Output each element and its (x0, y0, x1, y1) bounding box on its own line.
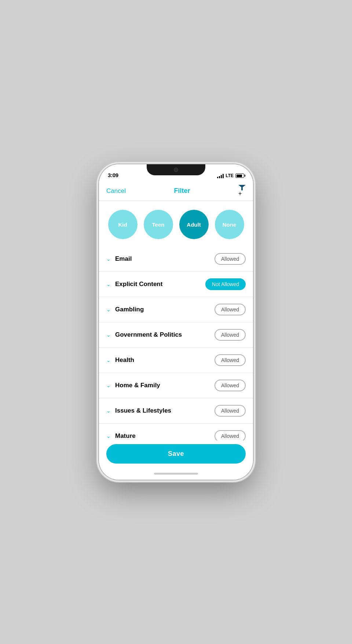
status-icons: LTE (217, 173, 244, 178)
category-adult[interactable]: Adult (179, 210, 209, 239)
chevron-down-icon[interactable]: ⌄ (106, 281, 111, 287)
page-title: Filter (174, 187, 190, 195)
filter-item: ⌄HealthAllowed (99, 348, 253, 373)
signal-bars (217, 173, 224, 178)
nav-bar: Cancel Filter + (99, 180, 253, 201)
chevron-down-icon[interactable]: ⌄ (106, 433, 111, 439)
home-bar (154, 473, 198, 475)
category-none[interactable]: None (215, 210, 244, 239)
filter-label: Government & Politics (115, 331, 182, 339)
save-button[interactable]: Save (106, 444, 246, 464)
filter-item: ⌄Explicit ContentNot Allowed (99, 272, 253, 297)
status-badge[interactable]: Allowed (214, 253, 246, 265)
status-badge[interactable]: Allowed (214, 354, 246, 366)
chevron-down-icon[interactable]: ⌄ (106, 383, 111, 388)
filter-label: Mature (115, 432, 136, 440)
chevron-down-icon[interactable]: ⌄ (106, 357, 111, 363)
chevron-down-icon[interactable]: ⌄ (106, 307, 111, 312)
filter-item: ⌄Government & PoliticsAllowed (99, 322, 253, 348)
status-badge[interactable]: Allowed (214, 329, 246, 341)
home-indicator (99, 467, 253, 480)
filter-item: ⌄Issues & LifestylesAllowed (99, 398, 253, 424)
filter-list: ⌄EmailAllowed⌄Explicit ContentNot Allowe… (99, 246, 253, 440)
filter-label: Gambling (115, 306, 144, 313)
chevron-down-icon[interactable]: ⌄ (106, 408, 111, 414)
camera (174, 168, 178, 172)
cancel-button[interactable]: Cancel (106, 187, 126, 195)
status-badge[interactable]: Allowed (214, 304, 246, 315)
plus-badge: + (238, 190, 246, 197)
chevron-down-icon[interactable]: ⌄ (106, 332, 111, 338)
filter-item: ⌄GamblingAllowed (99, 297, 253, 322)
funnel-icon (238, 185, 246, 190)
battery-icon (235, 173, 244, 178)
category-kid[interactable]: Kid (108, 210, 138, 239)
filter-item: ⌄EmailAllowed (99, 246, 253, 272)
filter-label: Home & Family (115, 382, 160, 389)
filter-icon-button[interactable]: + (238, 185, 246, 197)
notch (147, 164, 205, 175)
category-circles: KidTeenAdultNone (99, 201, 253, 246)
save-button-container: Save (99, 440, 253, 467)
filter-label: Email (115, 255, 132, 263)
filter-label: Health (115, 356, 134, 364)
lte-label: LTE (225, 173, 234, 178)
filter-item: ⌄Home & FamilyAllowed (99, 373, 253, 398)
status-badge[interactable]: Not Allowed (205, 278, 246, 290)
category-teen[interactable]: Teen (144, 210, 173, 239)
status-badge[interactable]: Allowed (214, 380, 246, 391)
status-badge[interactable]: Allowed (214, 405, 246, 417)
filter-item: ⌄MatureAllowed (99, 424, 253, 440)
filter-label: Explicit Content (115, 281, 162, 288)
chevron-down-icon[interactable]: ⌄ (106, 256, 111, 262)
screen: Cancel Filter + KidTeenAdultNone ⌄EmailA… (99, 180, 253, 480)
status-badge[interactable]: Allowed (214, 430, 246, 440)
filter-label: Issues & Lifestyles (115, 407, 171, 414)
status-time: 3:09 (108, 172, 118, 178)
phone-frame: 3:09 LTE Cancel Filter + (99, 164, 253, 480)
